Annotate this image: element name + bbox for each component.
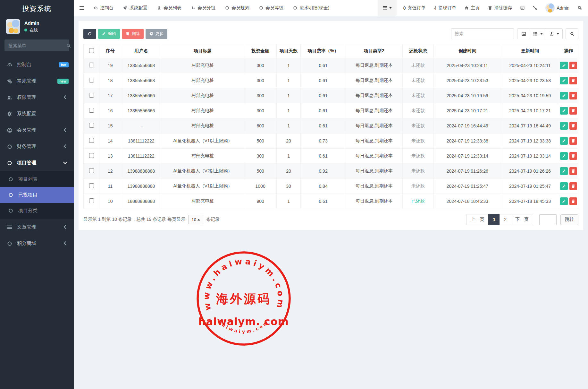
translate-button[interactable] (516, 6, 529, 10)
row-delete-button[interactable] (569, 77, 577, 84)
refresh-button[interactable] (83, 29, 96, 39)
column-header[interactable]: 项目标题 (161, 44, 244, 58)
nav-tab[interactable]: 会员列表 (157, 5, 181, 11)
row-checkbox[interactable] (89, 123, 94, 128)
row-delete-button[interactable] (569, 137, 577, 145)
column-header[interactable]: 项目天数 (276, 44, 301, 58)
chevron-down-icon (63, 160, 69, 165)
cell-amount: 500 (244, 164, 276, 179)
sidebar-item[interactable]: 常规管理new (0, 73, 74, 89)
nav-tab[interactable]: 系统配置 (123, 5, 147, 11)
column-header[interactable]: 更新时间 (501, 44, 559, 58)
nav-tab-label: 会员规则 (231, 5, 249, 11)
jump-page-input[interactable] (539, 214, 557, 225)
fullscreen-button[interactable] (529, 6, 541, 10)
row-checkbox[interactable] (89, 198, 94, 203)
row-delete-button[interactable] (569, 167, 577, 175)
more-button[interactable]: 更多 (146, 29, 167, 39)
row-checkbox[interactable] (89, 78, 94, 82)
row-checkbox[interactable] (89, 138, 94, 143)
cell-rate: 0.73 (301, 134, 346, 149)
row-delete-button[interactable] (569, 152, 577, 160)
columns-button[interactable] (530, 28, 546, 39)
row-checkbox[interactable] (89, 153, 94, 158)
user-circle-icon (7, 128, 13, 133)
sidebar-item[interactable]: 控制台hot (0, 56, 74, 73)
row-checkbox[interactable] (89, 63, 94, 67)
nav-tab[interactable]: 控制台 (94, 5, 113, 11)
row-checkbox[interactable] (89, 108, 94, 113)
row-edit-button[interactable] (560, 107, 568, 115)
delete-button[interactable]: 删除 (122, 29, 144, 39)
submenu-item[interactable]: 项目列表 (0, 171, 74, 187)
row-edit-button[interactable] (560, 137, 568, 145)
select-all-cell (84, 44, 99, 58)
column-header[interactable]: 项目费率（%） (301, 44, 346, 58)
page-button[interactable]: 1 (488, 214, 500, 225)
jump-button[interactable]: 跳转 (560, 214, 578, 225)
row-delete-button[interactable] (569, 92, 577, 99)
homepage-link[interactable]: 主页 (460, 5, 484, 11)
table-row: 1913355556668村部充电桩30010.61每日返息,到期还本未还款20… (84, 58, 578, 73)
column-header[interactable]: 还款状态 (403, 44, 434, 58)
sidebar-item[interactable]: 文章管理 (0, 219, 74, 235)
detail-view-button[interactable] (517, 28, 530, 39)
column-header[interactable]: 投资金额 (244, 44, 276, 58)
sidebar-search-input[interactable] (8, 43, 66, 48)
row-edit-button[interactable] (560, 122, 568, 130)
nav-tab[interactable]: 会员规则 (225, 5, 249, 11)
row-edit-button[interactable] (560, 167, 568, 175)
page-button[interactable]: 上一页 (466, 214, 489, 225)
page-size-dropdown[interactable]: 10 (188, 215, 203, 224)
row-checkbox[interactable] (89, 168, 94, 173)
row-delete-button[interactable] (569, 62, 577, 69)
sidebar-item[interactable]: 会员管理 (0, 122, 74, 138)
row-delete-button[interactable] (569, 107, 577, 115)
row-delete-button[interactable] (569, 182, 577, 190)
sidebar-item[interactable]: 积分商城 (0, 235, 74, 252)
column-header[interactable]: 序号 (99, 44, 121, 58)
submenu-item[interactable]: 项目分类 (0, 203, 74, 219)
withdraw-orders-link[interactable]: 4提现订单 (430, 5, 461, 11)
nav-menu-toggle-button[interactable] (378, 0, 397, 16)
submenu-item[interactable]: 已投项目 (0, 187, 74, 203)
search-toggle-button[interactable] (566, 28, 578, 39)
sidebar-item[interactable]: 系统配置 (0, 106, 74, 122)
refresh-icon (88, 32, 92, 36)
row-edit-button[interactable] (560, 152, 568, 160)
cell-title: 村部充电桩 (161, 58, 244, 73)
clear-cache-link[interactable]: 清除缓存 (484, 5, 516, 11)
row-edit-button[interactable] (560, 197, 568, 205)
column-header[interactable]: 创建时间 (434, 44, 501, 58)
page-button[interactable]: 下一页 (511, 214, 533, 225)
nav-tab[interactable]: 会员分组 (191, 5, 215, 11)
row-edit-button[interactable] (560, 62, 568, 69)
nav-tab[interactable]: 流水明细(现金) (293, 5, 329, 11)
table-search-input[interactable] (451, 28, 514, 39)
row-edit-button[interactable] (560, 182, 568, 190)
row-delete-button[interactable] (569, 197, 577, 205)
column-header[interactable]: 项目类型2 (346, 44, 402, 58)
user-menu[interactable]: Admin (541, 3, 574, 13)
recharge-orders-link[interactable]: 0充值订单 (399, 5, 430, 11)
pencil-icon (562, 79, 566, 82)
sidebar-item[interactable]: 项目管理 (0, 155, 74, 171)
row-checkbox[interactable] (89, 93, 94, 98)
row-delete-button[interactable] (569, 122, 577, 130)
settings-button[interactable] (574, 6, 586, 10)
sidebar-toggle-button[interactable] (74, 5, 90, 11)
page-button[interactable]: 2 (500, 214, 511, 225)
column-header[interactable]: 用户名 (121, 44, 161, 58)
sidebar-item[interactable]: 财务管理 (0, 138, 74, 155)
row-checkbox[interactable] (89, 183, 94, 188)
sidebar-item[interactable]: 权限管理 (0, 89, 74, 106)
row-edit-button[interactable] (560, 92, 568, 99)
nav-tab[interactable]: 会员等级 (259, 5, 283, 11)
edit-button[interactable]: 编辑 (98, 29, 120, 39)
select-all-checkbox[interactable] (89, 48, 94, 53)
table-body: 1913355556668村部充电桩30010.61每日返息,到期还本未还款20… (84, 58, 578, 209)
column-header[interactable]: 操作 (559, 44, 578, 58)
row-edit-button[interactable] (560, 77, 568, 84)
export-button[interactable] (546, 28, 563, 39)
cell-updated: 2025-04-23 10:17:21 (501, 103, 559, 118)
